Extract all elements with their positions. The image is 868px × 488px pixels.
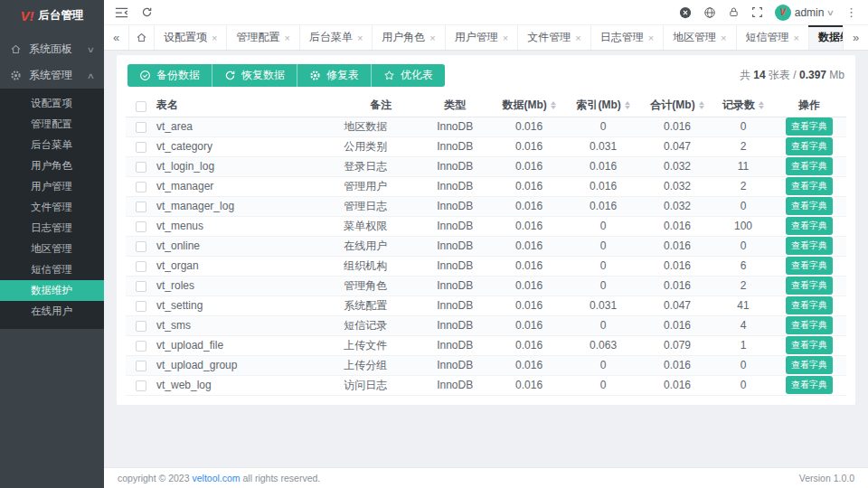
row-checkbox[interactable] bbox=[136, 301, 146, 312]
table-row: vt_organ 组织机构 InnoDB 0.016 0 0.016 6 查看字… bbox=[126, 256, 846, 276]
tab[interactable]: 日志管理 × bbox=[591, 25, 664, 50]
view-dictionary-button[interactable]: 查看字典 bbox=[786, 336, 833, 354]
sidebar-item[interactable]: 后台菜单 bbox=[0, 135, 104, 155]
records-cell: 2 bbox=[714, 276, 772, 296]
tab-label: 用户管理 bbox=[455, 30, 498, 45]
view-dictionary-button[interactable]: 查看字典 bbox=[786, 197, 833, 215]
repair-table-button[interactable]: 修复表 bbox=[297, 64, 372, 87]
row-checkbox[interactable] bbox=[136, 221, 146, 232]
tab[interactable]: 用户管理 × bbox=[446, 25, 518, 50]
index-size-cell: 0 bbox=[566, 216, 640, 236]
table-note-cell: 管理角色 bbox=[344, 276, 418, 296]
tab[interactable]: 管理配置 × bbox=[227, 25, 299, 50]
sidebar-item[interactable]: 用户角色 bbox=[0, 155, 104, 176]
sidebar-item[interactable]: 设配置项 bbox=[0, 93, 104, 114]
row-select-cell bbox=[126, 335, 156, 355]
tabs-scroll-left-icon[interactable]: « bbox=[104, 25, 129, 50]
tab[interactable]: 数据维护 × bbox=[809, 25, 843, 50]
row-checkbox[interactable] bbox=[136, 182, 146, 192]
tab[interactable]: 用户角色 × bbox=[373, 25, 445, 50]
view-dictionary-button[interactable]: 查看字典 bbox=[786, 137, 833, 155]
sidebar-item[interactable]: 用户管理 bbox=[0, 176, 104, 197]
sidebar-group-system[interactable]: 系统管理 ∧ bbox=[0, 62, 104, 89]
row-checkbox[interactable] bbox=[136, 341, 146, 352]
fullscreen-icon[interactable] bbox=[751, 6, 763, 18]
tab-close-icon[interactable]: × bbox=[503, 33, 508, 43]
tab-close-icon[interactable]: × bbox=[212, 33, 217, 43]
sidebar-item[interactable]: 管理配置 bbox=[0, 114, 104, 135]
tab-close-icon[interactable]: × bbox=[721, 33, 726, 43]
sidebar-item[interactable]: 文件管理 bbox=[0, 197, 104, 218]
tab-close-icon[interactable]: × bbox=[357, 33, 363, 43]
row-select-cell bbox=[126, 375, 156, 395]
sort-icon[interactable] bbox=[625, 101, 630, 109]
gear-icon bbox=[10, 70, 22, 81]
refresh-icon[interactable] bbox=[141, 6, 153, 18]
tabs-scroll-right-icon[interactable]: » bbox=[843, 25, 868, 50]
row-checkbox[interactable] bbox=[136, 321, 146, 332]
sort-icon[interactable] bbox=[551, 101, 556, 109]
close-circle-icon[interactable] bbox=[679, 6, 692, 19]
view-dictionary-button[interactable]: 查看字典 bbox=[786, 376, 833, 394]
footer-link[interactable]: veltool.com bbox=[192, 473, 240, 483]
sidebar-group-dashboard[interactable]: 系统面板 ∨ bbox=[0, 36, 104, 62]
table-type-cell: InnoDB bbox=[418, 276, 492, 296]
home-tab-icon[interactable] bbox=[129, 25, 155, 50]
sidebar-item-label: 用户角色 bbox=[31, 160, 72, 171]
restore-data-button[interactable]: 恢复数据 bbox=[212, 64, 297, 87]
sidebar-item[interactable]: 在线用户 bbox=[0, 301, 104, 322]
sidebar-item[interactable]: 日志管理 bbox=[0, 218, 104, 239]
sort-icon[interactable] bbox=[699, 101, 704, 109]
index-size-cell: 0.063 bbox=[566, 335, 640, 355]
lock-icon[interactable] bbox=[728, 6, 740, 18]
row-checkbox[interactable] bbox=[136, 261, 146, 272]
tab[interactable]: 后台菜单 × bbox=[300, 25, 373, 50]
records-cell: 6 bbox=[714, 256, 772, 276]
backup-data-button[interactable]: 备份数据 bbox=[127, 64, 212, 87]
view-dictionary-button[interactable]: 查看字典 bbox=[786, 117, 833, 136]
tab-close-icon[interactable]: × bbox=[794, 33, 799, 43]
table-row: vt_sms 短信记录 InnoDB 0.016 0 0.016 4 查看字典 bbox=[126, 315, 846, 335]
row-checkbox[interactable] bbox=[136, 122, 146, 133]
table-type-cell: InnoDB bbox=[418, 196, 492, 216]
view-dictionary-button[interactable]: 查看字典 bbox=[786, 316, 833, 334]
tab-close-icon[interactable]: × bbox=[648, 33, 654, 43]
globe-icon[interactable] bbox=[703, 6, 716, 19]
table-name-cell: vt_upload_file bbox=[156, 335, 344, 355]
view-dictionary-button[interactable]: 查看字典 bbox=[786, 217, 833, 235]
sidebar-item[interactable]: 短信管理 bbox=[0, 259, 104, 280]
collapse-menu-icon[interactable] bbox=[115, 7, 128, 18]
tab-close-icon[interactable]: × bbox=[429, 33, 435, 43]
tab[interactable]: 短信管理 × bbox=[737, 25, 809, 50]
sidebar-item[interactable]: 地区管理 bbox=[0, 239, 104, 259]
row-checkbox[interactable] bbox=[136, 380, 146, 391]
user-menu[interactable]: V admin ∨ bbox=[775, 5, 834, 21]
view-dictionary-button[interactable]: 查看字典 bbox=[786, 237, 833, 255]
view-dictionary-button[interactable]: 查看字典 bbox=[786, 296, 833, 314]
view-dictionary-button[interactable]: 查看字典 bbox=[786, 257, 833, 275]
table-type-cell: InnoDB bbox=[418, 296, 492, 315]
view-dictionary-button[interactable]: 查看字典 bbox=[786, 277, 833, 295]
tab[interactable]: 地区管理 × bbox=[664, 25, 736, 50]
sort-icon[interactable] bbox=[759, 101, 764, 109]
row-checkbox[interactable] bbox=[136, 241, 146, 252]
row-checkbox[interactable] bbox=[136, 162, 146, 173]
view-dictionary-button[interactable]: 查看字典 bbox=[786, 157, 833, 175]
row-checkbox[interactable] bbox=[136, 142, 146, 153]
tab[interactable]: 文件管理 × bbox=[518, 25, 590, 50]
table-summary: 共 14 张表 / 0.397 Mb bbox=[740, 68, 844, 83]
sidebar-group-label: 系统管理 bbox=[29, 68, 80, 83]
view-dictionary-button[interactable]: 查看字典 bbox=[786, 356, 833, 374]
row-checkbox[interactable] bbox=[136, 202, 146, 212]
select-all-checkbox[interactable] bbox=[136, 101, 146, 112]
row-checkbox[interactable] bbox=[136, 361, 146, 371]
row-checkbox[interactable] bbox=[136, 281, 146, 292]
table-toolbar: 备份数据 恢复数据 修复表 bbox=[126, 62, 846, 95]
optimize-table-button[interactable]: 优化表 bbox=[372, 64, 445, 87]
tab[interactable]: 设配置项 × bbox=[155, 25, 227, 50]
sidebar-item[interactable]: 数据维护 bbox=[0, 280, 104, 301]
tab-close-icon[interactable]: × bbox=[575, 33, 580, 43]
tab-close-icon[interactable]: × bbox=[284, 33, 289, 43]
view-dictionary-button[interactable]: 查看字典 bbox=[786, 177, 833, 195]
kebab-menu-icon[interactable]: ⋮ bbox=[845, 5, 857, 19]
